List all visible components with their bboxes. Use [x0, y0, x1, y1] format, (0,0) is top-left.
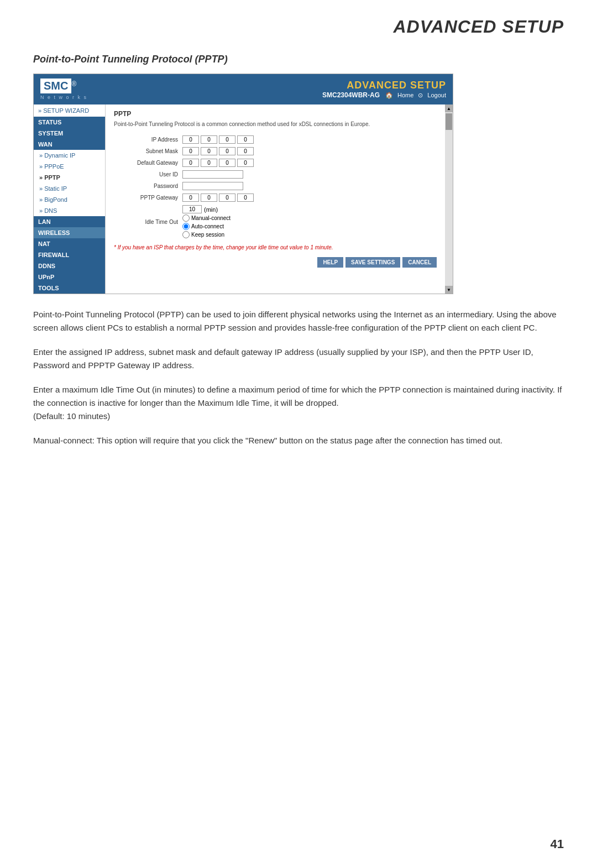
manual-connect-label: Manual-connect	[191, 215, 231, 221]
user-id-label: User ID	[114, 169, 180, 180]
subnet-mask-octet2[interactable]	[201, 147, 217, 155]
sidebar-nat[interactable]: NAT	[34, 238, 105, 249]
pptp-form: IP Address Subnet Mask	[114, 134, 437, 240]
sidebar-lan[interactable]: LAN	[34, 216, 105, 227]
sidebar-wireless[interactable]: WIRELESS	[34, 227, 105, 238]
manual-connect-radio[interactable]	[182, 215, 190, 222]
scroll-thumb[interactable]	[446, 113, 452, 130]
smc-logo: SMC® N e t w o r k s	[40, 79, 87, 100]
cancel-button[interactable]: CANCEL	[402, 257, 437, 268]
default-gateway-octet3[interactable]	[219, 159, 235, 167]
default-gateway-row: Default Gateway	[114, 157, 437, 169]
pptp-gateway-octet3[interactable]	[219, 194, 235, 202]
description-para-4: Manual-connect: This option will require…	[33, 434, 564, 447]
pptp-gateway-label: PPTP Gateway	[114, 192, 180, 203]
ip-address-octet2[interactable]	[201, 135, 217, 144]
router-model-bar: SMC2304WBR-AG 🏠 Home ⊙ Logout	[322, 91, 446, 99]
auto-connect-radio[interactable]	[182, 223, 190, 230]
logout-icon: ⊙	[418, 92, 423, 99]
idle-time-row: Idle Time Out (min) Manual-connect	[114, 203, 437, 240]
password-input[interactable]	[182, 182, 243, 190]
pptp-description: Point-to-Point Tunneling Protocol is a c…	[114, 121, 437, 127]
sidebar-wan[interactable]: WAN	[34, 139, 105, 150]
default-gateway-octet2[interactable]	[201, 159, 217, 167]
sidebar-ddns[interactable]: DDNS	[34, 260, 105, 271]
router-header-right: ADVANCED SETUP SMC2304WBR-AG 🏠 Home ⊙ Lo…	[322, 80, 446, 99]
pptp-title: PPTP	[114, 110, 437, 118]
user-id-input-cell	[180, 169, 437, 180]
description-section: Point-to-Point Tunneling Protocol (PPTP)…	[0, 294, 597, 472]
idle-time-unit: (min)	[204, 206, 218, 213]
sidebar-dns[interactable]: » DNS	[34, 205, 105, 216]
sidebar-upnp[interactable]: UPnP	[34, 271, 105, 283]
save-settings-button[interactable]: SAVE SETTINGS	[345, 257, 400, 268]
logo-sup: ®	[71, 80, 76, 88]
idle-time-label: Idle Time Out	[114, 203, 180, 240]
keep-session-label: Keep session	[191, 232, 224, 238]
advanced-setup-banner: ADVANCED SETUP	[347, 80, 446, 91]
scroll-up-arrow[interactable]: ▲	[445, 104, 453, 112]
subnet-mask-octet3[interactable]	[219, 147, 235, 155]
ip-address-label: IP Address	[114, 134, 180, 145]
page-title-area: ADVANCED SETUP	[0, 0, 597, 43]
idle-time-cell: (min) Manual-connect Auto-connect	[180, 203, 437, 240]
help-button[interactable]: HELP	[317, 257, 343, 268]
scroll-down-arrow[interactable]: ▼	[445, 286, 453, 294]
password-row: Password	[114, 180, 437, 192]
ip-address-octet1[interactable]	[182, 135, 199, 144]
logout-link[interactable]: Logout	[427, 92, 446, 98]
ip-address-octet3[interactable]	[219, 135, 235, 144]
user-id-row: User ID	[114, 169, 437, 180]
scrollbar[interactable]: ▲ ▼	[445, 104, 453, 294]
sidebar-pppoe[interactable]: » PPPoE	[34, 161, 105, 172]
sidebar-system[interactable]: SYSTEM	[34, 128, 105, 139]
ip-address-inputs	[180, 134, 437, 145]
sidebar-tools[interactable]: TOOLS	[34, 283, 105, 294]
auto-connect-label: Auto-connect	[191, 223, 224, 229]
default-gateway-inputs	[180, 157, 437, 169]
default-gateway-octet4[interactable]	[237, 159, 254, 167]
router-ui-frame: SMC® N e t w o r k s ADVANCED SETUP SMC2…	[33, 74, 453, 294]
button-bar: HELP SAVE SETTINGS CANCEL	[114, 255, 437, 270]
home-link[interactable]: Home	[397, 92, 413, 98]
footnote: * If you have an ISP that charges by the…	[114, 244, 437, 250]
pptp-gateway-octet4[interactable]	[237, 194, 254, 202]
sidebar-bigpond[interactable]: » BigPond	[34, 194, 105, 205]
smc-logo-text: SMC	[40, 79, 71, 93]
router-nav-links: 🏠 Home ⊙ Logout	[385, 92, 446, 99]
section-heading: Point-to-Point Tunneling Protocol (PPTP)	[0, 43, 597, 74]
password-label: Password	[114, 180, 180, 192]
keep-session-radio[interactable]	[182, 231, 190, 238]
section-heading-text: Point-to-Point Tunneling Protocol (PPTP)	[33, 54, 564, 65]
ip-address-octet4[interactable]	[237, 135, 254, 144]
keep-session-option: Keep session	[182, 231, 434, 238]
router-model: SMC2304WBR-AG	[322, 91, 380, 99]
subnet-mask-label: Subnet Mask	[114, 145, 180, 157]
pptp-gateway-octet1[interactable]	[182, 194, 199, 202]
sidebar-status[interactable]: STATUS	[34, 117, 105, 128]
router-body: » SETUP WIZARD STATUS SYSTEM WAN » Dynam…	[34, 104, 453, 294]
default-gateway-label: Default Gateway	[114, 157, 180, 169]
sidebar-firewall[interactable]: FIREWALL	[34, 249, 105, 260]
page-title: ADVANCED SETUP	[393, 17, 564, 36]
description-para-3: Enter a maximum Idle Time Out (in minute…	[33, 383, 564, 423]
description-para-1: Point-to-Point Tunneling Protocol (PPTP)…	[33, 308, 564, 334]
subnet-mask-octet1[interactable]	[182, 147, 199, 155]
sidebar-setup-wizard[interactable]: » SETUP WIZARD	[34, 104, 105, 117]
sidebar-pptp[interactable]: » PPTP	[34, 172, 105, 183]
sidebar: » SETUP WIZARD STATUS SYSTEM WAN » Dynam…	[34, 104, 106, 294]
user-id-input[interactable]	[182, 170, 243, 179]
sidebar-dynamic-ip[interactable]: » Dynamic IP	[34, 150, 105, 161]
subnet-mask-octet4[interactable]	[237, 147, 254, 155]
description-para-2: Enter the assigned IP address, subnet ma…	[33, 346, 564, 372]
page-number: 41	[551, 837, 564, 851]
subnet-mask-row: Subnet Mask	[114, 145, 437, 157]
default-gateway-octet1[interactable]	[182, 159, 199, 167]
manual-connect-option: Manual-connect	[182, 215, 434, 222]
pptp-gateway-octet2[interactable]	[201, 194, 217, 202]
idle-time-input[interactable]	[182, 205, 202, 213]
smc-networks-text: N e t w o r k s	[40, 95, 87, 100]
password-input-cell	[180, 180, 437, 192]
pptp-gateway-inputs	[180, 192, 437, 203]
sidebar-static-ip[interactable]: » Static IP	[34, 183, 105, 194]
